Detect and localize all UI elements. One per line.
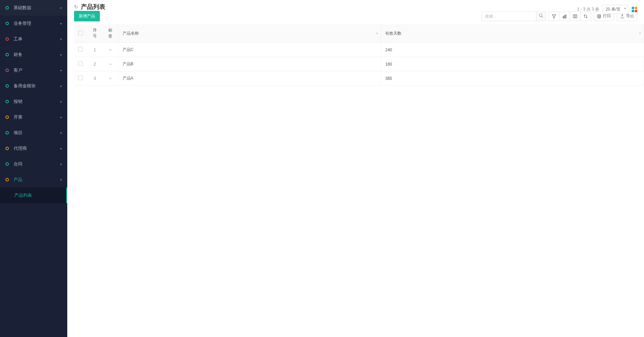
circle-icon [5,53,9,56]
circle-icon [5,22,9,25]
row-days: 240 [381,43,644,57]
search-icon [539,13,543,18]
table-row[interactable]: 3 ❧ 产品A 365 [74,71,644,86]
circle-icon [5,162,9,166]
tag-icon: ❧ [109,62,112,67]
chevron-down-icon: ▾ [60,6,62,10]
search-button[interactable] [536,12,545,21]
sidebar-item-basic-data[interactable]: 基础数据 ▾ [0,0,67,16]
row-name: 产品B [118,57,381,71]
header-index[interactable]: 序号 [87,24,103,43]
columns-icon [573,14,577,19]
row-days: 365 [381,71,644,86]
chevron-down-icon: ▾ [60,131,62,135]
page-header: ↻ 产品列表 [67,0,644,11]
sidebar-subitem-product-list[interactable]: 产品列表 [0,188,67,203]
sidebar-label: 产品 [14,177,60,183]
row-checkbox[interactable] [74,43,87,57]
sidebar-label: 代理商 [14,145,60,152]
circle-icon [5,131,9,135]
table-row[interactable]: 2 ❧ 产品B 180 [74,57,644,71]
sidebar-item-worksheet[interactable]: 工单 ▾ [0,31,67,47]
pagination-info: 1 - 3 共 3 条 [577,6,599,12]
sidebar-label: 报销 [14,99,60,105]
chevron-down-icon: ▾ [60,69,62,72]
sort-arrow-icon: ▾ [639,32,641,35]
svg-marker-2 [552,15,556,18]
page-size-select[interactable]: 20 条/页 [603,5,628,14]
chevron-down-icon: ▾ [60,37,62,41]
row-days: 180 [381,57,644,71]
sidebar-label: 合同 [14,161,60,167]
svg-rect-4 [564,15,565,18]
table-row[interactable]: 1 ❧ 产品C 240 [74,43,644,57]
row-tag[interactable]: ❧ [103,57,118,71]
sidebar-item-customer[interactable]: 客户 ▾ [0,63,67,78]
chevron-down-icon: ▾ [60,100,62,104]
chevron-down-icon: ▾ [60,147,62,150]
sidebar-item-reimburse[interactable]: 报销 ▾ [0,94,67,109]
sidebar-subitem-label: 产品列表 [14,193,32,198]
export-icon [620,14,625,19]
sidebar-label: 项目 [14,130,60,136]
circle-icon [5,100,9,103]
chevron-down-icon: ▾ [60,162,62,166]
filter-button[interactable] [549,12,559,21]
sidebar-item-business[interactable]: 业务管理 ▾ [0,16,67,31]
table-wrap: 序号 标签 产品名称 ▾ 有效天数 ▾ 1 ❧ 产品C 240 2 ❧ [67,24,644,337]
sidebar-label: 财务 [14,52,60,58]
content-area: 1 - 3 共 3 条 20 条/页 ↻ 产品列表 新增产品 [67,0,644,337]
circle-icon [5,147,9,150]
chart-button[interactable] [559,12,570,21]
sidebar-item-product[interactable]: 产品 ▾ [0,172,67,188]
header-tag[interactable]: 标签 [103,24,118,43]
header-days[interactable]: 有效天数 ▾ [381,24,644,43]
row-checkbox[interactable] [74,57,87,71]
chevron-up-icon: ▾ [60,178,62,182]
row-index: 1 [87,43,103,57]
chevron-down-icon: ▾ [60,53,62,57]
header-name[interactable]: 产品名称 ▾ [118,24,381,43]
sidebar-label: 业务管理 [14,20,60,26]
sidebar-label: 开票 [14,114,60,120]
filter-icon [552,14,556,19]
svg-rect-5 [565,15,566,18]
sidebar-item-project[interactable]: 项目 ▾ [0,125,67,141]
sidebar-item-contract[interactable]: 合同 ▾ [0,156,67,172]
chevron-down-icon: ▾ [60,22,62,25]
row-checkbox[interactable] [74,71,87,86]
search-wrap [481,12,546,21]
action-row: 新增产品 打印 导出 [67,11,644,24]
chevron-down-icon: ▾ [60,84,62,88]
tag-icon: ❧ [109,48,112,52]
sidebar-label: 备用金模块 [14,83,60,89]
grid-apps-icon[interactable] [632,7,637,12]
sidebar-item-invoice[interactable]: 开票 ▾ [0,109,67,125]
chart-icon [562,14,567,19]
row-name: 产品C [118,43,381,57]
top-pagination: 1 - 3 共 3 条 20 条/页 [577,5,637,14]
header-checkbox[interactable] [74,24,87,43]
svg-rect-6 [573,15,577,18]
sidebar-item-finance[interactable]: 财务 ▾ [0,47,67,63]
sidebar-item-agent[interactable]: 代理商 ▾ [0,141,67,156]
sort-icon [583,14,588,19]
refresh-icon[interactable]: ↻ [74,4,78,10]
circle-icon [5,69,9,72]
circle-icon [5,178,9,181]
circle-icon [5,84,9,88]
sidebar-item-reserve[interactable]: 备用金模块 ▾ [0,78,67,94]
chevron-down-icon: ▾ [60,116,62,119]
row-index: 2 [87,57,103,71]
circle-icon [5,116,9,119]
page-title: 产品列表 [81,3,105,11]
row-index: 3 [87,71,103,86]
product-table: 序号 标签 产品名称 ▾ 有效天数 ▾ 1 ❧ 产品C 240 2 ❧ [74,24,644,86]
row-name: 产品A [118,71,381,86]
row-tag[interactable]: ❧ [103,43,118,57]
tag-icon: ❧ [109,76,112,81]
sidebar-label: 客户 [14,67,60,73]
add-product-button[interactable]: 新增产品 [74,11,100,21]
row-tag[interactable]: ❧ [103,71,118,86]
svg-line-1 [541,16,543,18]
